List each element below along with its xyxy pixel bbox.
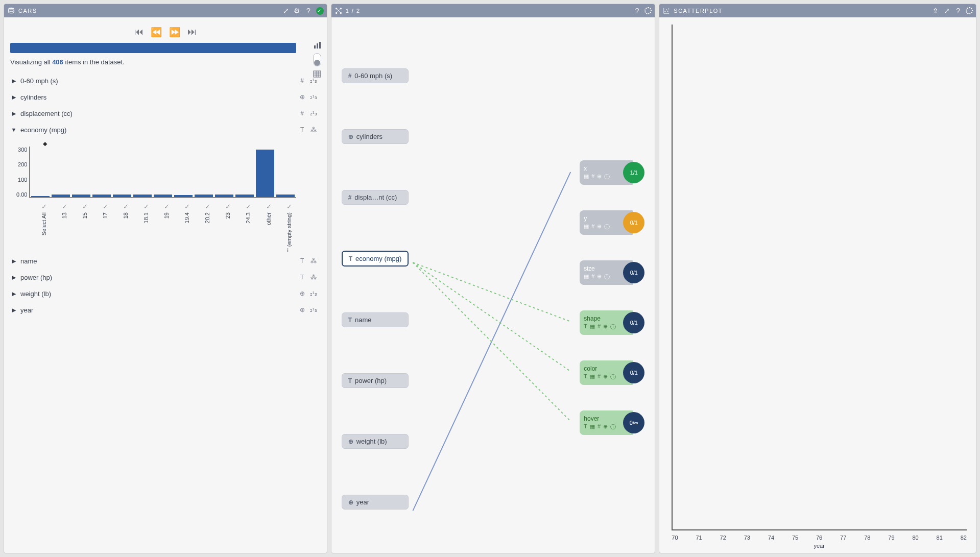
target-color[interactable]: colorT▦#⊕ⓘ0/1 [580, 360, 644, 385]
x-tick[interactable]: ✓24.3 [239, 203, 257, 252]
source-pill-year[interactable]: ⊕year [342, 495, 409, 510]
histogram-bar[interactable] [133, 195, 152, 197]
histogram-bar[interactable] [215, 195, 233, 197]
chevron-right-icon[interactable]: ▶ [10, 94, 17, 101]
export-icon[interactable]: ⇪ [932, 7, 940, 15]
y-axis: 3002001000.00 [16, 147, 29, 198]
x-tick[interactable]: ✓13 [55, 203, 74, 252]
target-hover[interactable]: hoverT▦#⊕ⓘ0/∞ [580, 410, 644, 435]
bar-chart-icon[interactable] [313, 41, 322, 50]
target-x[interactable]: x▦#⊕ⓘ1/1 [580, 160, 644, 185]
svg-rect-2 [317, 43, 318, 49]
check-icon[interactable]: ✓ [103, 203, 108, 210]
source-pill-name[interactable]: Tname [342, 312, 409, 327]
attr-type-icons: ⊕₂¹₃ [298, 290, 318, 297]
source-pill-displa-nt-cc-[interactable]: #displa…nt (cc) [342, 190, 409, 205]
attr-row-cylinders[interactable]: ▶cylinders⊕₂¹₃ [10, 89, 318, 105]
check-icon[interactable]: ✓ [246, 203, 251, 210]
forward-icon[interactable]: ⏩ [169, 27, 180, 38]
selection-bar[interactable] [10, 43, 296, 53]
attr-row-weight-lb-[interactable]: ▶weight (lb)⊕₂¹₃ [10, 286, 318, 301]
check-icon[interactable]: ✓ [205, 203, 210, 210]
histogram-bar[interactable] [195, 195, 213, 197]
cars-panel: CARS ⤢ ⚙ ? ✓ ⏮ ⏪ ⏩ ⏭ Visualizing all 406… [4, 4, 327, 553]
target-size[interactable]: size▦#⊕ⓘ0/1 [580, 260, 644, 285]
x-tick[interactable]: ✓18 [116, 203, 135, 252]
chevron-right-icon[interactable]: ▶ [10, 307, 17, 313]
attr-row-economy-mpg-[interactable]: ▼economy (mpg)T⁂ [10, 122, 318, 137]
x-tick[interactable]: ✓15 [76, 203, 94, 252]
histogram-bar[interactable] [113, 195, 131, 197]
economy-histogram: ◆3002001000.00✓Select All✓13✓15✓17✓18✓18… [10, 138, 318, 252]
view-toggle[interactable] [313, 53, 321, 66]
histogram-bar[interactable] [31, 196, 50, 197]
skip-end-icon[interactable]: ⏭ [187, 27, 197, 38]
chevron-down-icon[interactable]: ▼ [10, 127, 17, 133]
check-icon[interactable]: ✓ [225, 203, 231, 210]
chevron-right-icon[interactable]: ▶ [10, 78, 17, 84]
histogram-bar[interactable] [276, 195, 295, 197]
attr-row-0-60-mph-s-[interactable]: ▶0-60 mph (s)#₂¹₃ [10, 73, 318, 88]
attr-label: year [20, 306, 298, 314]
chevron-right-icon[interactable]: ▶ [10, 290, 17, 297]
type-icon: T [348, 317, 352, 324]
scatter-panel: SCATTERPLOT ⇪ ⤢ ? 7071727374757677787980… [659, 4, 976, 553]
check-icon[interactable]: ✓ [164, 203, 170, 210]
attr-label: 0-60 mph (s) [20, 77, 298, 85]
histogram-bar[interactable] [52, 195, 70, 197]
x-tick[interactable]: ✓17 [96, 203, 114, 252]
source-pill-0-60-mph-s-[interactable]: #0-60 mph (s) [342, 68, 409, 83]
x-tick[interactable]: ✓19 [157, 203, 176, 252]
attr-row-displacement-cc-[interactable]: ▶displacement (cc)#₂¹₃ [10, 106, 318, 121]
x-tick[interactable]: ✓"" (empty string) [280, 203, 298, 252]
histogram-bar[interactable] [92, 195, 111, 197]
target-column: x▦#⊕ⓘ1/1y▦#⊕ⓘ0/1size▦#⊕ⓘ0/1shapeT▦#⊕ⓘ0/1… [580, 160, 644, 435]
expand-icon[interactable]: ⤢ [943, 7, 951, 15]
x-tick[interactable]: ✓Select All [35, 203, 53, 252]
check-icon[interactable]: ✓ [144, 203, 149, 210]
target-badge: 0/1 [623, 212, 644, 233]
rewind-icon[interactable]: ⏪ [151, 27, 162, 38]
source-pill-power-hp-[interactable]: Tpower (hp) [342, 373, 409, 388]
help-icon[interactable]: ? [633, 7, 641, 15]
check-icon[interactable]: ✓ [62, 203, 67, 210]
x-tick[interactable]: ✓20.2 [198, 203, 217, 252]
database-icon [7, 7, 15, 15]
gear-icon[interactable]: ⚙ [294, 7, 302, 15]
check-icon[interactable]: ✓ [41, 203, 47, 210]
x-tick: 75 [792, 535, 798, 541]
target-shape[interactable]: shapeT▦#⊕ⓘ0/1 [580, 310, 644, 335]
check-icon[interactable]: ✓ [184, 203, 190, 210]
attr-row-name[interactable]: ▶nameT⁂ [10, 253, 318, 269]
check-icon[interactable]: ✓ [123, 203, 129, 210]
help-icon[interactable]: ? [954, 7, 963, 15]
check-icon[interactable]: ✓ [266, 203, 272, 210]
attr-row-power-hp-[interactable]: ▶power (hp)T⁂ [10, 270, 318, 285]
target-y[interactable]: y▦#⊕ⓘ0/1 [580, 210, 644, 235]
x-tick[interactable]: ✓18.1 [137, 203, 155, 252]
histogram-bar[interactable] [154, 195, 172, 197]
expand-icon[interactable]: ⤢ [282, 7, 291, 15]
attr-row-year[interactable]: ▶year⊕₂¹₃ [10, 302, 318, 318]
source-pill-economy-mpg-[interactable]: Teconomy (mpg) [342, 251, 409, 267]
target-badge: 1/1 [623, 162, 644, 183]
scatter-plot-area[interactable] [672, 25, 967, 530]
x-tick[interactable]: ✓23 [219, 203, 237, 252]
skip-start-icon[interactable]: ⏮ [134, 27, 144, 38]
chevron-right-icon[interactable]: ▶ [10, 110, 17, 117]
help-icon[interactable]: ? [305, 7, 313, 15]
histogram-bar[interactable] [174, 195, 193, 197]
histogram-bar[interactable] [72, 195, 90, 197]
source-pill-cylinders[interactable]: ⊕cylinders [342, 129, 409, 144]
x-tick[interactable]: ✓19.4 [178, 203, 196, 252]
check-icon[interactable]: ✓ [82, 203, 88, 210]
check-icon[interactable]: ✓ [286, 203, 292, 210]
svg-line-16 [413, 262, 570, 322]
chevron-right-icon[interactable]: ▶ [10, 274, 17, 281]
histogram-bar[interactable] [235, 195, 254, 197]
source-pill-weight-lb-[interactable]: ⊕weight (lb) [342, 434, 409, 449]
x-tick[interactable]: ✓other [259, 203, 278, 252]
histogram-bar[interactable] [256, 150, 274, 197]
x-tick: 79 [888, 535, 894, 541]
chevron-right-icon[interactable]: ▶ [10, 258, 17, 264]
